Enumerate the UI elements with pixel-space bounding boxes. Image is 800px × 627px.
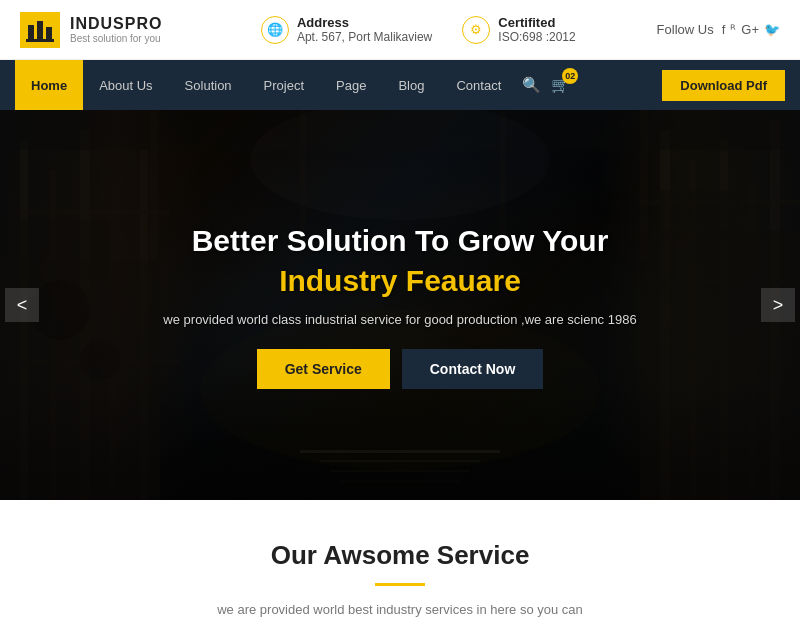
certified-text: Certifited ISO:698 :2012 (498, 15, 575, 44)
follow-area: Follow Us f ᴿ G+ 🐦 (657, 22, 780, 37)
logo-icon (20, 12, 60, 48)
twitter-icon[interactable]: 🐦 (764, 22, 780, 37)
services-title: Our Awsome Service (20, 540, 780, 571)
svg-rect-2 (46, 27, 52, 41)
logo-area: INDUSPRO Best solution for you (20, 12, 180, 48)
services-section: Our Awsome Service we are provided world… (0, 500, 800, 627)
nav-project[interactable]: Project (248, 60, 320, 110)
search-icon[interactable]: 🔍 (522, 76, 541, 94)
cart-wrapper[interactable]: 🛒 02 (551, 76, 570, 94)
address-icon: 🌐 (261, 16, 289, 44)
nav-home[interactable]: Home (15, 60, 83, 110)
brand-name: INDUSPRO (70, 15, 162, 33)
top-info: 🌐 Address Apt. 567, Port Malikaview ⚙ Ce… (180, 15, 657, 44)
hero-title: Better Solution To Grow Your (192, 221, 609, 260)
get-service-button[interactable]: Get Service (257, 349, 390, 389)
services-description: we are provided world best industry serv… (125, 602, 675, 617)
social-icons: f ᴿ G+ 🐦 (722, 22, 780, 37)
nav-items: Home About Us Solution Project Page Blog… (15, 60, 662, 110)
hero-subtitle: Industry Feauare (279, 264, 521, 298)
cart-badge: 02 (562, 68, 578, 84)
facebook-icon[interactable]: f (722, 22, 726, 37)
contact-now-button[interactable]: Contact Now (402, 349, 544, 389)
certified-info: ⚙ Certifited ISO:698 :2012 (462, 15, 575, 44)
nav-blog[interactable]: Blog (382, 60, 440, 110)
svg-rect-0 (28, 25, 34, 41)
google-plus-icon[interactable]: G+ (741, 22, 759, 37)
hero-next-button[interactable]: > (761, 288, 795, 322)
services-underline (375, 583, 425, 586)
nav-page[interactable]: Page (320, 60, 382, 110)
follow-label: Follow Us (657, 22, 714, 37)
hero-prev-button[interactable]: < (5, 288, 39, 322)
nav-about[interactable]: About Us (83, 60, 168, 110)
address-info: 🌐 Address Apt. 567, Port Malikaview (261, 15, 432, 44)
svg-rect-1 (37, 21, 43, 41)
brand-tagline: Best solution for you (70, 33, 162, 44)
nav-contact[interactable]: Contact (440, 60, 517, 110)
certified-icon: ⚙ (462, 16, 490, 44)
svg-rect-3 (26, 39, 54, 42)
download-pdf-button[interactable]: Download Pdf (662, 70, 785, 101)
hero-buttons: Get Service Contact Now (257, 349, 544, 389)
hero-description: we provided world class industrial servi… (163, 312, 636, 327)
logo-text: INDUSPRO Best solution for you (70, 15, 162, 44)
hero-content: Better Solution To Grow Your Industry Fe… (0, 110, 800, 500)
nav-solution[interactable]: Solution (169, 60, 248, 110)
navbar: Home About Us Solution Project Page Blog… (0, 60, 800, 110)
rss-icon[interactable]: ᴿ (730, 22, 736, 37)
top-bar: INDUSPRO Best solution for you 🌐 Address… (0, 0, 800, 60)
address-text: Address Apt. 567, Port Malikaview (297, 15, 432, 44)
hero-section: < Better Solution To Grow Your Industry … (0, 110, 800, 500)
nav-icons: 🔍 🛒 02 (522, 76, 570, 94)
